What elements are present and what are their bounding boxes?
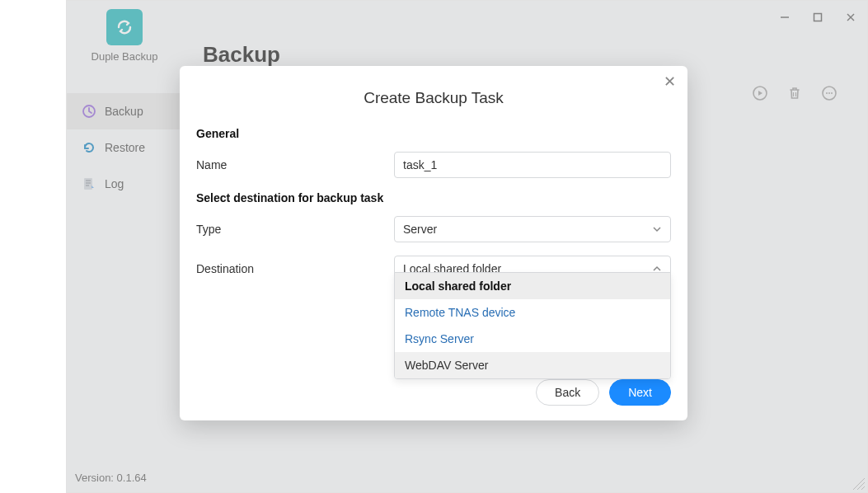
next-button[interactable]: Next bbox=[609, 379, 671, 406]
back-button[interactable]: Back bbox=[536, 379, 599, 406]
destination-label: Destination bbox=[196, 262, 394, 275]
name-label: Name bbox=[196, 158, 394, 171]
destination-option-remote-tnas[interactable]: Remote TNAS device bbox=[395, 299, 670, 326]
modal-close-button[interactable]: ✕ bbox=[664, 74, 676, 89]
destination-section-label: Select destination for backup task bbox=[196, 191, 671, 204]
name-field[interactable] bbox=[394, 152, 671, 178]
destination-option-rsync-server[interactable]: Rsync Server bbox=[395, 326, 670, 352]
create-backup-task-modal: ✕ Create Backup Task General Name Select… bbox=[180, 66, 687, 420]
general-section-label: General bbox=[196, 127, 671, 140]
type-select[interactable]: Server bbox=[394, 216, 671, 242]
resize-grip[interactable] bbox=[852, 477, 866, 491]
destination-option-webdav-server[interactable]: WebDAV Server bbox=[395, 352, 670, 378]
modal-title: Create Backup Task bbox=[180, 66, 687, 107]
type-label: Type bbox=[196, 223, 394, 236]
destination-option-local-shared-folder[interactable]: Local shared folder bbox=[395, 273, 670, 299]
chevron-down-icon bbox=[652, 224, 662, 234]
destination-dropdown: Local shared folder Remote TNAS device R… bbox=[394, 272, 671, 379]
type-select-value: Server bbox=[403, 223, 437, 236]
